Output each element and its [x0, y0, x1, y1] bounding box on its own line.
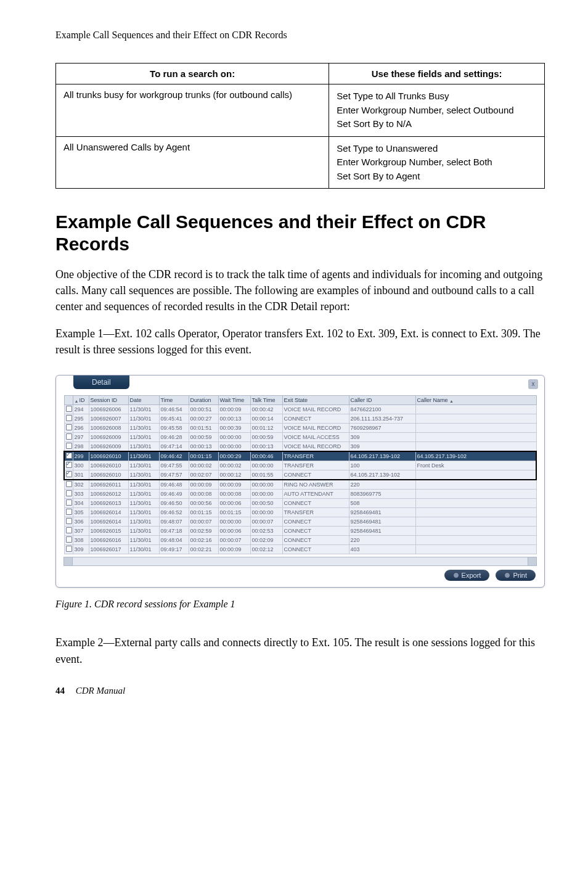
cell-wait-time: 00:00:08: [218, 490, 250, 499]
row-checkbox[interactable]: [64, 527, 73, 536]
cell-talk-time: 00:00:00: [250, 480, 282, 490]
row-checkbox[interactable]: [64, 480, 73, 490]
col-talk-time[interactable]: Talk Time: [250, 396, 282, 405]
cell-session-id: 1006926006: [89, 405, 128, 414]
col-date[interactable]: Date: [128, 396, 159, 405]
scroll-left-icon[interactable]: [64, 557, 73, 565]
row-checkbox[interactable]: [64, 414, 73, 424]
search-table: To run a search on: Use these fields and…: [55, 63, 545, 189]
table-row[interactable]: 305100692601411/30/0109:46:5200:01:1500:…: [64, 508, 536, 517]
cell-talk-time: 00:00:14: [250, 414, 282, 424]
cell-caller-id: 309: [349, 433, 415, 442]
cell-talk-time: 00:02:12: [250, 545, 282, 554]
row-checkbox[interactable]: [64, 470, 73, 480]
cell-duration: 00:01:15: [189, 451, 218, 461]
export-icon: [453, 572, 459, 578]
cell-time: 09:46:52: [159, 508, 189, 517]
cell-wait-time: 00:00:00: [218, 442, 250, 452]
row-checkbox[interactable]: [64, 499, 73, 508]
row-checkbox[interactable]: [64, 545, 73, 554]
cell-time: 09:49:17: [159, 545, 189, 554]
row-checkbox[interactable]: [64, 536, 73, 545]
col-exit-state[interactable]: Exit State: [282, 396, 349, 405]
table-row[interactable]: 301100692601011/30/0109:47:5700:02:0700:…: [64, 470, 536, 480]
body-paragraph: One objective of the CDR record is to tr…: [55, 266, 545, 314]
cell-caller-name: [415, 517, 536, 527]
cell-caller-id: 220: [349, 480, 415, 490]
row-checkbox[interactable]: [64, 451, 73, 461]
table-row[interactable]: 306100692601411/30/0109:48:0700:00:0700:…: [64, 517, 536, 527]
row-checkbox[interactable]: [64, 517, 73, 527]
table-row[interactable]: 308100692601611/30/0109:48:0400:02:1600:…: [64, 536, 536, 545]
row-checkbox[interactable]: [64, 442, 73, 452]
cell-date: 11/30/01: [128, 470, 159, 480]
row-checkbox[interactable]: [64, 508, 73, 517]
cell-caller-name: [415, 424, 536, 433]
grid-header-row: ▲ID Session ID Date Time Duration Wait T…: [64, 396, 536, 405]
search-left: All Unanswered Calls by Agent: [56, 136, 329, 189]
table-row[interactable]: 304100692601311/30/0109:46:5000:00:5600:…: [64, 499, 536, 508]
table-row[interactable]: 307100692601511/30/0109:47:1800:02:5900:…: [64, 527, 536, 536]
col-wait-time[interactable]: Wait Time: [218, 396, 250, 405]
cell-caller-name: [415, 405, 536, 414]
table-row[interactable]: 302100692601111/30/0109:46:4800:00:0900:…: [64, 480, 536, 490]
detail-tab[interactable]: Detail: [73, 375, 129, 389]
row-checkbox[interactable]: [64, 490, 73, 499]
cell-caller-id: 403: [349, 545, 415, 554]
col-time[interactable]: Time: [159, 396, 189, 405]
scroll-track[interactable]: [73, 557, 528, 565]
cell-wait-time: 00:00:09: [218, 480, 250, 490]
row-checkbox[interactable]: [64, 405, 73, 414]
col-id[interactable]: ▲ID: [73, 396, 89, 405]
figure-caption: Figure 1. CDR record sessions for Exampl…: [55, 599, 545, 610]
row-checkbox[interactable]: [64, 433, 73, 442]
cell-caller-id: 9258469481: [349, 517, 415, 527]
cell-date: 11/30/01: [128, 424, 159, 433]
checkbox-icon: [66, 536, 72, 543]
row-checkbox[interactable]: [64, 424, 73, 433]
cell-id: 301: [73, 470, 89, 480]
cell-duration: 00:00:07: [189, 517, 218, 527]
horizontal-scrollbar[interactable]: [63, 557, 537, 566]
table-row[interactable]: 297100692600911/30/0109:46:2800:00:5900:…: [64, 433, 536, 442]
checkbox-icon: [66, 509, 72, 515]
search-col-1-header: To run a search on:: [56, 64, 329, 84]
table-row[interactable]: 303100692601211/30/0109:46:4900:00:0800:…: [64, 490, 536, 499]
col-caller-id[interactable]: Caller ID: [349, 396, 415, 405]
print-button[interactable]: Print: [496, 570, 536, 581]
row-checkbox[interactable]: [64, 461, 73, 470]
col-duration[interactable]: Duration: [189, 396, 218, 405]
scroll-right-icon[interactable]: [528, 557, 536, 565]
cell-session-id: 1006926012: [89, 490, 128, 499]
cell-talk-time: 00:02:09: [250, 536, 282, 545]
export-button[interactable]: Export: [444, 570, 490, 581]
cell-time: 09:45:41: [159, 414, 189, 424]
table-row[interactable]: 299100692601011/30/0109:46:4200:01:1500:…: [64, 451, 536, 461]
cell-duration: 00:00:13: [189, 442, 218, 452]
cell-caller-name: [415, 433, 536, 442]
cell-caller-id: 206.111.153.254-737: [349, 414, 415, 424]
col-session-id[interactable]: Session ID: [89, 396, 128, 405]
col-caller-name[interactable]: Caller Name ▲: [415, 396, 536, 405]
detail-grid: ▲ID Session ID Date Time Duration Wait T…: [63, 395, 537, 554]
cell-talk-time: 00:01:12: [250, 424, 282, 433]
cell-duration: 00:00:08: [189, 490, 218, 499]
table-row[interactable]: 309100692601711/30/0109:49:1700:02:2100:…: [64, 545, 536, 554]
detail-panel-figure: x Detail ▲ID Session ID Date Time Durati…: [55, 375, 545, 588]
cell-time: 09:46:28: [159, 433, 189, 442]
cell-caller-name: [415, 490, 536, 499]
col-checkbox[interactable]: [64, 396, 73, 405]
table-row[interactable]: 296100692600811/30/0109:45:5800:01:5100:…: [64, 424, 536, 433]
cell-exit-state: CONNECT: [282, 414, 349, 424]
search-right: Set Type to All Trunks Busy Enter Workgr…: [329, 84, 545, 137]
print-icon: [504, 572, 510, 578]
table-row[interactable]: 300100692601011/30/0109:47:5500:00:0200:…: [64, 461, 536, 470]
table-row[interactable]: 295100692600711/30/0109:45:4100:00:2700:…: [64, 414, 536, 424]
close-icon[interactable]: x: [528, 379, 538, 389]
cell-exit-state: TRANSFER: [282, 508, 349, 517]
table-row[interactable]: 298100692600911/30/0109:47:1400:00:1300:…: [64, 442, 536, 452]
cell-caller-name: [415, 480, 536, 490]
table-row[interactable]: 294100692600611/30/0109:46:5400:00:5100:…: [64, 405, 536, 414]
checkbox-icon: [66, 443, 72, 449]
cell-session-id: 1006926016: [89, 536, 128, 545]
